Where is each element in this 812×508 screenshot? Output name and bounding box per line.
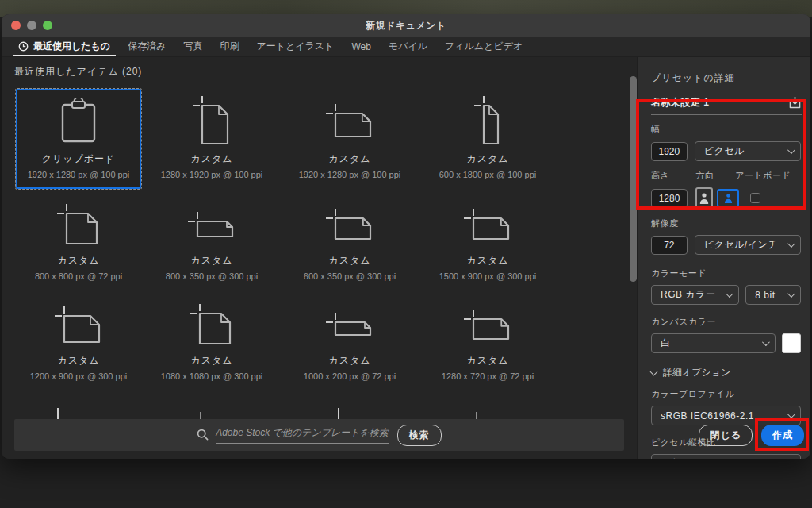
orientation-landscape-button[interactable] <box>717 189 739 207</box>
width-unit-dropdown[interactable]: ピクセル <box>695 141 801 161</box>
artboard-checkbox[interactable] <box>750 193 760 203</box>
resolution-label: 解像度 <box>651 217 801 229</box>
tab-label: アートとイラスト <box>256 40 334 53</box>
chevron-down-icon <box>787 410 795 418</box>
preset-dimensions: 1500 x 900 px @ 300 ppi <box>439 271 536 281</box>
pixel-aspect-value: 正方形ピクセル <box>661 457 731 459</box>
next-row-crop-mark <box>338 408 339 419</box>
tab-bar: 最近使用したもの保存済み写真印刷アートとイラストWebモバイルフィルムとビデオ <box>2 37 810 57</box>
document-icon <box>474 97 501 146</box>
resolution-input[interactable]: 72 <box>651 236 688 255</box>
search-placeholder: Adobe Stock で他のテンプレートを検索 <box>216 426 389 440</box>
preset-dimensions: 600 x 350 px @ 300 ppi <box>304 271 396 281</box>
search-button[interactable]: 検索 <box>397 425 442 446</box>
search-icon <box>197 429 209 441</box>
preset-tile[interactable]: カスタム1280 x 1920 px @ 100 ppi <box>149 89 274 189</box>
color-profile-label: カラープロファイル <box>651 388 801 400</box>
chevron-down-icon <box>787 146 795 154</box>
orientation-label: 方向 <box>695 170 714 182</box>
tab-recent[interactable]: 最近使用したもの <box>10 37 119 56</box>
canvas-color-value: 白 <box>661 337 671 350</box>
chevron-down-icon <box>726 290 733 298</box>
scrollbar-thumb[interactable] <box>630 76 637 282</box>
preset-name: カスタム <box>328 152 370 166</box>
document-icon <box>190 303 233 348</box>
bit-depth-dropdown[interactable]: 8 bit <box>745 285 801 305</box>
next-row-crop-mark <box>200 412 201 419</box>
bit-depth-value: 8 bit <box>755 290 775 301</box>
preset-dimensions: 800 x 800 px @ 72 ppi <box>35 271 122 281</box>
tab-6[interactable]: モバイル <box>380 37 436 56</box>
preset-name: カスタム <box>466 354 508 368</box>
preset-tile[interactable]: クリップボード1920 x 1280 px @ 100 ppi <box>16 89 141 189</box>
close-button[interactable]: 閉じる <box>699 425 753 446</box>
chevron-down-icon <box>762 338 770 346</box>
preset-name: カスタム <box>190 254 232 267</box>
document-icon <box>326 303 373 348</box>
preset-dimensions: 1920 x 1280 px @ 100 ppi <box>299 170 401 179</box>
preset-tile[interactable]: カスタム1920 x 1280 px @ 100 ppi <box>287 89 412 189</box>
document-name-input[interactable]: 名称未設定 1 <box>651 96 710 110</box>
canvas-color-dropdown[interactable]: 白 <box>651 333 776 353</box>
preset-name: カスタム <box>190 152 232 166</box>
tab-7[interactable]: フィルムとビデオ <box>436 37 531 56</box>
create-button[interactable]: 作成 <box>761 425 804 446</box>
chevron-down-icon <box>787 240 795 248</box>
clock-icon <box>18 41 29 52</box>
preset-tile[interactable]: カスタム1080 x 1080 px @ 300 ppi <box>149 295 274 389</box>
document-icon <box>193 97 231 146</box>
resolution-unit-dropdown[interactable]: ピクセル/インチ <box>695 235 801 255</box>
new-document-dialog: 新規ドキュメント 最近使用したもの保存済み写真印刷アートとイラストWebモバイル… <box>2 14 810 459</box>
document-icon <box>55 303 102 348</box>
preset-dimensions: 1920 x 1280 px @ 100 ppi <box>28 170 130 179</box>
tab-2[interactable]: 写真 <box>174 37 211 56</box>
preset-tile[interactable]: カスタム1500 x 900 px @ 300 ppi <box>425 195 550 289</box>
canvas-color-label: カンバスカラー <box>651 316 801 328</box>
color-mode-dropdown[interactable]: RGB カラー <box>651 285 739 305</box>
preset-dimensions: 1000 x 200 px @ 72 ppi <box>304 371 396 381</box>
resolution-unit-value: ピクセル/インチ <box>704 238 778 252</box>
next-row-crop-mark <box>476 412 477 419</box>
preset-tile[interactable]: カスタム600 x 350 px @ 300 ppi <box>287 195 412 289</box>
color-profile-dropdown[interactable]: sRGB IEC61966-2.1 <box>651 406 801 425</box>
next-row-crop-mark <box>57 408 59 419</box>
preset-name: カスタム <box>57 354 99 368</box>
color-mode-value: RGB カラー <box>661 288 715 302</box>
preset-dimensions: 1280 x 720 px @ 72 ppi <box>442 371 534 381</box>
preset-tile[interactable]: カスタム800 x 800 px @ 72 ppi <box>16 195 141 289</box>
advanced-options-toggle[interactable]: 詳細オプション <box>651 366 801 379</box>
template-search-input[interactable]: Adobe Stock で他のテンプレートを検索 <box>216 426 389 444</box>
recent-items-header: 最近使用したアイテム (20) <box>14 65 142 79</box>
tab-3[interactable]: 印刷 <box>211 37 247 56</box>
orientation-portrait-button[interactable] <box>695 187 713 209</box>
save-preset-icon[interactable] <box>788 96 802 110</box>
preset-name: カスタム <box>466 152 508 166</box>
clipboard-icon <box>58 97 99 146</box>
chevron-down-icon <box>787 290 795 298</box>
preset-tile[interactable]: カスタム1200 x 900 px @ 300 ppi <box>16 295 141 389</box>
color-profile-value: sRGB IEC61966-2.1 <box>661 410 754 421</box>
tab-label: モバイル <box>389 40 427 53</box>
preset-tile[interactable]: カスタム1000 x 200 px @ 72 ppi <box>287 295 412 389</box>
width-unit-value: ピクセル <box>704 144 745 158</box>
tab-1[interactable]: 保存済み <box>119 37 174 56</box>
pixel-aspect-dropdown[interactable]: 正方形ピクセル <box>651 454 801 459</box>
document-icon <box>326 203 373 248</box>
advanced-options-label: 詳細オプション <box>663 366 730 379</box>
preset-tile[interactable]: カスタム1280 x 720 px @ 72 ppi <box>425 295 550 389</box>
document-icon <box>464 303 511 348</box>
titlebar: 新規ドキュメント <box>2 14 810 37</box>
canvas-color-swatch[interactable] <box>782 333 801 353</box>
tab-label: 印刷 <box>220 40 239 53</box>
preset-tile[interactable]: カスタム600 x 1800 px @ 100 ppi <box>425 89 550 189</box>
tab-label: フィルムとビデオ <box>445 40 523 53</box>
preset-dimensions: 1280 x 1920 px @ 100 ppi <box>161 170 263 179</box>
window-title: 新規ドキュメント <box>2 19 810 33</box>
width-input[interactable]: 1920 <box>651 142 688 161</box>
tab-label: 保存済み <box>128 40 166 53</box>
tab-5[interactable]: Web <box>343 37 379 56</box>
presets-area: 最近使用したアイテム (20) クリップボード1920 x 1280 px @ … <box>2 57 637 459</box>
tab-4[interactable]: アートとイラスト <box>247 37 343 56</box>
preset-tile[interactable]: カスタム800 x 350 px @ 300 ppi <box>149 195 274 289</box>
height-input[interactable]: 1280 <box>651 189 688 208</box>
